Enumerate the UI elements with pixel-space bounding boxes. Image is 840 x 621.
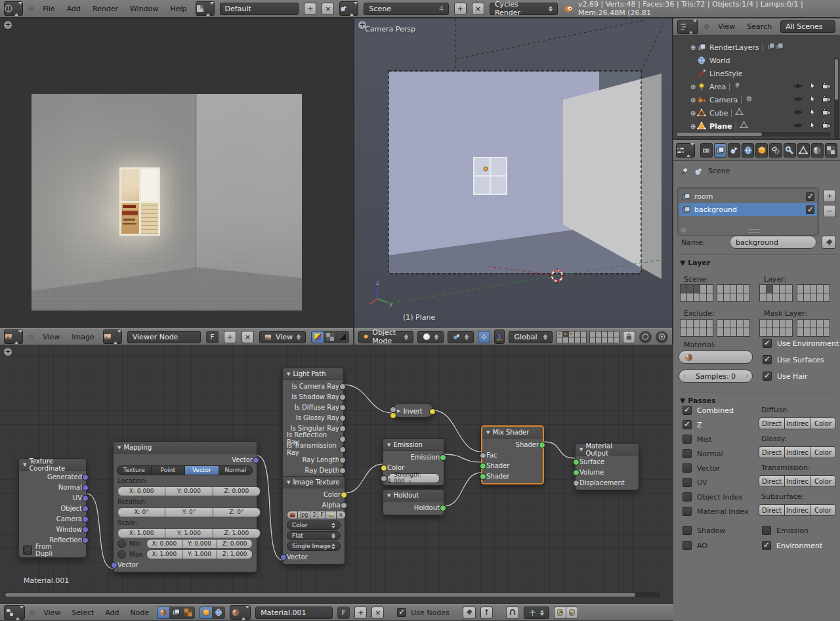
output-socket[interactable] [440, 454, 446, 461]
menu-window[interactable]: Window [127, 5, 161, 13]
screen-layout-selector[interactable]: Default [220, 3, 299, 15]
node-light-path[interactable]: ▼Light PathIs Camera RayIs Shadow RayIs … [282, 368, 344, 478]
pin-id-button[interactable] [822, 236, 836, 249]
output-socket[interactable] [339, 446, 346, 453]
expand-toggle-icon[interactable]: ⊕ [689, 83, 697, 91]
dropdown-single-image[interactable]: Single Image [287, 542, 341, 551]
option-vector[interactable]: Vector [184, 465, 219, 475]
layer-grid-a[interactable] [759, 284, 792, 301]
layer-cell[interactable] [743, 293, 750, 302]
toggle-selectable-button[interactable] [808, 95, 816, 105]
collapse-menus-icon[interactable]: ⊖ [28, 333, 34, 341]
node-header[interactable]: ▶Invert [393, 404, 432, 418]
expand-icon[interactable]: ⊕ [681, 226, 686, 234]
outliner-item-area[interactable]: ⊕Area [673, 80, 840, 93]
image-field[interactable]: jpg [297, 511, 310, 519]
output-socket[interactable] [539, 442, 545, 448]
expand-region-icon[interactable]: + [358, 21, 366, 29]
pass-toggle-indirec[interactable]: Indirec [784, 418, 810, 429]
exclude-grid-b[interactable] [717, 319, 749, 336]
menu-select[interactable]: Select [68, 609, 97, 617]
render-layer-enable-checkbox[interactable] [806, 205, 814, 214]
input-socket[interactable] [111, 562, 117, 568]
properties-tab-scene[interactable] [728, 143, 740, 158]
node-texture-coordinate[interactable]: ▼Texture CoordinateGeneratedNormalUVObje… [18, 458, 87, 558]
tree-type-shader-button[interactable] [157, 607, 170, 619]
layer-cell[interactable] [823, 319, 830, 328]
outliner-item-camera[interactable]: ⊕Camera [673, 93, 840, 106]
unlink-image-button[interactable]: × [242, 331, 254, 343]
number-field[interactable]: Z: 0.000 [213, 486, 261, 496]
render-border-button[interactable] [639, 331, 652, 343]
scene-selector[interactable]: Scene 4 [364, 3, 448, 15]
layer-grid-b[interactable] [797, 284, 830, 301]
copy-nodes-button[interactable] [554, 607, 566, 619]
number-field[interactable]: Y: 0° [165, 507, 213, 517]
outliner-horizontal-scrollbar[interactable] [676, 132, 831, 137]
node-header[interactable]: ▼Holdout [383, 490, 444, 502]
output-socket[interactable] [82, 526, 89, 533]
vector-field[interactable]: X: 0.000Y: 0.000Z: 0.000 [117, 486, 261, 496]
input-socket[interactable] [573, 459, 579, 465]
shader-type-object-button[interactable] [200, 607, 213, 619]
pivot-point-dropdown[interactable] [448, 331, 474, 343]
pass-toggle-indirec[interactable]: Indirec [784, 504, 810, 516]
node-emission[interactable]: ▼EmissionEmissionColor‹ Strength: 1.000 … [383, 439, 444, 486]
toggle-visible-button[interactable] [793, 121, 803, 132]
vector-field[interactable]: X: 1.000Y: 1.000Z: 1.000 [117, 528, 261, 538]
snap-element-dropdown[interactable] [524, 607, 549, 619]
toggle-selectable-button[interactable] [808, 108, 816, 118]
pass-toggle-color[interactable]: Color [810, 504, 836, 516]
draw-color-alpha-button[interactable] [311, 331, 324, 343]
output-socket[interactable] [253, 457, 259, 463]
input-socket[interactable] [381, 475, 387, 482]
toggle-renderable-button[interactable] [822, 121, 831, 132]
pass-toggle-color[interactable]: Color [810, 418, 836, 429]
editor-type-outliner-button[interactable] [677, 20, 698, 34]
check-use-hair[interactable]: Use Hair [763, 372, 808, 381]
viewport-layer-cell[interactable] [613, 337, 620, 343]
number-field[interactable]: Y: 0.000 [182, 539, 218, 549]
menu-view[interactable]: View [40, 609, 64, 617]
node-mapping[interactable]: ▼MappingVectorTexturePointVectorNormalLo… [113, 441, 257, 572]
pass-toggle-direct[interactable]: Direct [759, 418, 785, 429]
output-socket[interactable] [339, 425, 346, 432]
scene-layers-grid-b[interactable] [717, 284, 749, 301]
output-socket[interactable] [82, 495, 89, 502]
material-name-field[interactable]: Material.001 [255, 607, 333, 619]
pass-uv[interactable]: UV [682, 478, 707, 487]
output-socket[interactable] [82, 516, 89, 523]
dropdown-color[interactable]: Color [287, 521, 341, 530]
output-socket[interactable] [341, 502, 347, 509]
layer-name-field[interactable]: background [730, 236, 816, 249]
image-browse-button[interactable] [287, 511, 298, 519]
opengl-render-button[interactable] [656, 331, 668, 343]
node-invert[interactable]: ▶Invert [392, 403, 433, 418]
delete-layout-button[interactable]: × [322, 3, 334, 15]
node-header[interactable]: ▼Image Texture [283, 477, 345, 488]
check-use-environment[interactable]: Use Environment [763, 339, 839, 348]
input-socket[interactable] [573, 480, 579, 486]
samples-slider[interactable]: ‹ Samples: 0 › [679, 370, 753, 383]
menu-add[interactable]: Add [102, 609, 122, 617]
expand-toggle-icon[interactable]: ⊕ [689, 110, 697, 117]
tree-type-compositing-button[interactable] [169, 607, 182, 619]
number-field[interactable]: X: 0.000 [117, 486, 165, 496]
input-socket[interactable] [480, 452, 486, 459]
pass-toggle-direct[interactable]: Direct [759, 475, 785, 487]
scene-icon-button[interactable] [339, 1, 358, 16]
node-header[interactable]: ▼Mix Shader [482, 427, 543, 439]
option-normal[interactable]: Normal [219, 465, 253, 475]
toggle-selectable-button[interactable] [808, 121, 816, 131]
properties-tab-texture[interactable] [825, 143, 837, 158]
scene-layers-grid-a[interactable] [680, 284, 713, 301]
number-field[interactable]: X: 1.000 [146, 549, 182, 559]
expand-toggle-icon[interactable]: ⊕ [689, 44, 697, 51]
toggle-visible-button[interactable] [793, 108, 803, 119]
menu-render[interactable]: Render [89, 5, 121, 13]
number-field[interactable]: Z: 0° [213, 507, 261, 517]
pin-node-tree-button[interactable] [463, 607, 476, 619]
properties-tab-world[interactable] [742, 143, 754, 158]
pin-icon[interactable] [680, 166, 690, 176]
image-name-field[interactable]: Viewer Node [127, 331, 201, 343]
